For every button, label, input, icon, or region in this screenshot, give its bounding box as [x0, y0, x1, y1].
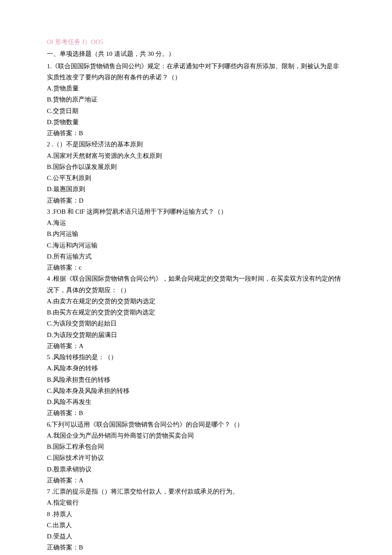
option-d: D.风险不再发生 [47, 396, 345, 407]
option-c: C.海运和内河运输 [47, 240, 345, 251]
answer: 正确答案：B [47, 128, 345, 139]
section-title: 一、单项选择题（共 10 道试题，共 30 分。） [47, 48, 345, 59]
option-d: D.最惠国原则 [47, 183, 345, 195]
option-a: A.国家对天然财富与资源的永久主权原则 [47, 150, 345, 161]
option-b: B.风险承担责任的转移 [47, 374, 345, 385]
question-6: 6,下列可以适用《联合国国际货物销售合同公约》的合同是哪个？（） A.我国企业为… [47, 419, 345, 486]
question-text: 7 .汇票的提示是指（）将汇票交给付款人，要求付款或承兑的行为。 [47, 486, 345, 497]
option-a: A.指定银行 [47, 497, 345, 508]
answer: 正确答案：D [47, 195, 345, 206]
option-d: D.股票承销协议 [47, 464, 345, 475]
question-text: 3 .FOB 和 ClF 这两种贸易术语只适用于下列哪种运输方式？（） [47, 206, 345, 217]
option-d: D.为该段交货期的届满日 [47, 329, 345, 340]
option-a: A.海运 [47, 217, 345, 228]
option-c: C.出票人 [47, 520, 345, 531]
option-a: A.由卖方在规定的交货的交货期内选定 [47, 296, 345, 307]
option-b: B.国际工程承包合同 [47, 441, 345, 452]
option-d: D.受益人 [47, 531, 345, 542]
answer: 正确答案：A [47, 340, 345, 352]
option-c: C.国际技术许可协议 [47, 452, 345, 463]
option-c: C.公平互利原则 [47, 172, 345, 183]
question-1: 1.《联合国国际货物销售合同公约》规定：在承诺通知中对下列哪些内容有所添加、限制… [47, 61, 345, 139]
answer: 正确答案：B [47, 407, 345, 418]
document-header: Ol 形考任务 J）OO5 [47, 36, 345, 47]
question-5: 5 .风险转移指的是：（） A.风险本身的转移 B.风险承担责任的转移 C.风险… [47, 352, 345, 419]
option-b: 8 .持票人 [47, 509, 345, 520]
option-b: B.货物的原产地证 [47, 94, 345, 105]
question-3: 3 .FOB 和 ClF 这两种贸易术语只适用于下列哪种运输方式？（） A.海运… [47, 206, 345, 273]
question-text: 5 .风险转移指的是：（） [47, 352, 345, 363]
option-b: B.内河运输 [47, 228, 345, 239]
answer: 正确答案：A [47, 475, 345, 486]
option-d: D.货物数量 [47, 116, 345, 128]
option-b: B.由买方在规定的交货的交货期内选定 [47, 307, 345, 318]
option-c: C.交货日期 [47, 105, 345, 116]
question-4: 4 .根据《联合国国际货物销售合同公约》，如果合同规定的交货期为一段时间，在买卖… [47, 273, 345, 352]
question-text: 2 .（）不是国际经济法的基本原则 [47, 139, 345, 150]
answer: 正确答案：B [47, 542, 345, 553]
question-7: 7 .汇票的提示是指（）将汇票交给付款人，要求付款或承兑的行为。 A.指定银行 … [47, 486, 345, 553]
question-2: 2 .（）不是国际经济法的基本原则 A.国家对天然财富与资源的永久主权原则 B.… [47, 139, 345, 206]
option-a: A.风险本身的转移 [47, 363, 345, 374]
option-c: C.为该段交货期的起始日 [47, 318, 345, 329]
question-text: 1.《联合国国际货物销售合同公约》规定：在承诺通知中对下列哪些内容有所添加、限制… [47, 61, 345, 83]
answer: 正确答案：c [47, 262, 345, 273]
option-a: A.我国企业为产品外销而与外商签订的货物买卖合同 [47, 430, 345, 441]
option-d: D.所有运输方式 [47, 251, 345, 262]
option-b: B.国际合作以谋发展原则 [47, 161, 345, 172]
option-c: C.风险本身及风险承担的转移 [47, 385, 345, 396]
question-text: 4 .根据《联合国国际货物销售合同公约》，如果合同规定的交货期为一段时间，在买卖… [47, 273, 345, 296]
question-text: 6,下列可以适用《联合国国际货物销售合同公约》的合同是哪个？（） [47, 419, 345, 430]
option-a: A.货物质量 [47, 83, 345, 94]
